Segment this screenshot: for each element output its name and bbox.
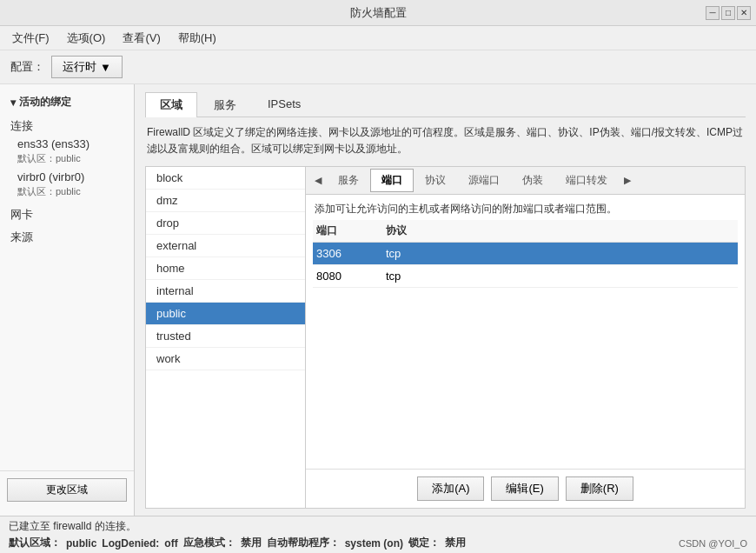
status-emergency-value: 禁用	[241, 536, 262, 550]
right-panel: 区域 服务 IPSets FirewallD 区域定义了绑定的网络连接、网卡以及…	[135, 84, 756, 516]
connection-label: 连接	[0, 113, 134, 136]
chevron-down-icon: ▾	[10, 97, 16, 109]
menu-bar: 文件(F) 选项(O) 查看(V) 帮助(H)	[0, 26, 756, 50]
sidebar-item-virbr0[interactable]: virbr0 (virbr0)	[0, 169, 134, 185]
port-value-8080: 8080	[316, 270, 386, 283]
delete-port-button[interactable]: 删除(R)	[566, 476, 633, 501]
config-label: 配置：	[10, 59, 44, 75]
zone-item-dmz[interactable]: dmz	[146, 190, 305, 212]
source-label: 来源	[0, 224, 134, 247]
port-description: 添加可让允许访问的主机或者网络访问的附加端口或者端口范围。	[306, 195, 745, 220]
title-bar-controls: ─ □ ✕	[706, 6, 751, 20]
zone-item-external[interactable]: external	[146, 235, 305, 257]
work-area: ▾ 活动的绑定 连接 ens33 (ens33) 默认区：public virb…	[0, 84, 756, 516]
menu-view[interactable]: 查看(V)	[114, 28, 169, 49]
title-bar: 防火墙配置 ─ □ ✕	[0, 0, 756, 26]
main-content: 配置： 运行时 ▼ ▾ 活动的绑定 连接 ens33 (ens33) 默认区：p…	[0, 50, 756, 516]
zone-list: block dmz drop external home internal pu…	[145, 166, 306, 509]
proto-value-tcp-3306: tcp	[386, 247, 734, 260]
sub-tab-masquerade[interactable]: 伪装	[511, 169, 554, 192]
sub-tab-portforward[interactable]: 端口转发	[554, 169, 619, 192]
status-log-denied-label: LogDenied:	[102, 537, 159, 550]
tab-ipsets[interactable]: IPSets	[253, 92, 315, 117]
zone-item-block[interactable]: block	[146, 167, 305, 190]
zone-item-public[interactable]: public	[146, 303, 305, 325]
port-row-8080[interactable]: 8080 tcp	[313, 265, 738, 288]
port-row-3306[interactable]: 3306 tcp	[313, 243, 738, 265]
tab-zone[interactable]: 区域	[145, 92, 197, 117]
sidebar-virbr0-default: 默认区：public	[0, 185, 134, 202]
menu-file[interactable]: 文件(F)	[3, 28, 58, 49]
close-button[interactable]: ✕	[737, 6, 751, 20]
status-autohelp-value: system (on)	[345, 537, 403, 550]
sub-tab-prev-arrow[interactable]: ◀	[309, 173, 327, 188]
add-port-button[interactable]: 添加(A)	[417, 476, 484, 501]
toolbar-row: 配置： 运行时 ▼	[0, 50, 756, 84]
status-bar: 已建立至 firewalld 的连接。 默认区域： public LogDeni…	[0, 516, 756, 553]
sub-tab-sourceport[interactable]: 源端口	[457, 169, 511, 192]
menu-help[interactable]: 帮助(H)	[169, 28, 225, 49]
sub-tab-next-arrow[interactable]: ▶	[619, 173, 636, 188]
status-emergency-label: 应急模式：	[183, 536, 235, 550]
sub-tab-port[interactable]: 端口	[370, 169, 414, 192]
status-default-zone-label: 默认区域：	[9, 536, 61, 550]
sidebar-item-ens33[interactable]: ens33 (ens33)	[0, 136, 134, 152]
col-header-port: 端口	[316, 223, 386, 238]
sidebar-ens33-default: 默认区：public	[0, 152, 134, 169]
port-table-header: 端口 协议	[313, 220, 738, 243]
runtime-dropdown[interactable]: 运行时 ▼	[51, 56, 123, 78]
port-actions: 添加(A) 编辑(E) 删除(R)	[306, 469, 745, 508]
title-bar-title: 防火墙配置	[350, 5, 407, 21]
active-binding-header: ▾ 活动的绑定	[0, 91, 134, 113]
status-details: 默认区域： public LogDenied: off 应急模式： 禁用 自动帮…	[9, 536, 747, 550]
zone-item-trusted[interactable]: trusted	[146, 325, 305, 348]
zone-port-layout: block dmz drop external home internal pu…	[145, 166, 746, 509]
proto-value-tcp-8080: tcp	[386, 270, 734, 283]
port-table: 端口 协议 3306 tcp 8080 tcp	[306, 220, 745, 469]
edit-port-button[interactable]: 编辑(E)	[491, 476, 558, 501]
minimize-button[interactable]: ─	[706, 6, 720, 20]
status-lock-label: 锁定：	[408, 536, 440, 550]
status-lock-value: 禁用	[445, 536, 466, 550]
sub-tabs: ◀ 服务 端口 协议 源端口 伪装 端口转发 ▶	[306, 167, 745, 195]
zone-item-work[interactable]: work	[146, 348, 305, 370]
maximize-button[interactable]: □	[721, 6, 735, 20]
change-zone-button[interactable]: 更改区域	[7, 478, 127, 502]
runtime-label: 运行时	[63, 59, 96, 75]
dropdown-arrow: ▼	[100, 61, 111, 74]
port-panel: ◀ 服务 端口 协议 源端口 伪装 端口转发 ▶ 添加可让允许访问的主机或者网络…	[306, 166, 746, 509]
zone-item-home[interactable]: home	[146, 257, 305, 280]
zone-item-internal[interactable]: internal	[146, 280, 305, 303]
port-value-3306: 3306	[316, 247, 386, 260]
status-autohelp-label: 自动帮助程序：	[267, 536, 340, 550]
tab-service[interactable]: 服务	[199, 92, 251, 117]
sub-tab-services[interactable]: 服务	[327, 169, 370, 192]
main-tabs: 区域 服务 IPSets	[145, 91, 746, 117]
sub-tab-protocol[interactable]: 协议	[414, 169, 457, 192]
col-header-protocol: 协议	[386, 223, 734, 238]
sidebar-footer: 更改区域	[0, 470, 134, 509]
status-connection: 已建立至 firewalld 的连接。	[9, 519, 747, 534]
status-default-zone-value: public	[66, 537, 96, 550]
status-right-label: CSDN @YOI_O	[679, 538, 747, 549]
zone-item-drop[interactable]: drop	[146, 212, 305, 235]
network-card-label: 网卡	[0, 202, 134, 224]
status-log-denied-value: off	[164, 537, 177, 550]
zone-description: FirewallD 区域定义了绑定的网络连接、网卡以及源地址的可信程度。区域是服…	[145, 124, 746, 157]
menu-options[interactable]: 选项(O)	[58, 28, 115, 49]
sidebar: ▾ 活动的绑定 连接 ens33 (ens33) 默认区：public virb…	[0, 84, 135, 516]
